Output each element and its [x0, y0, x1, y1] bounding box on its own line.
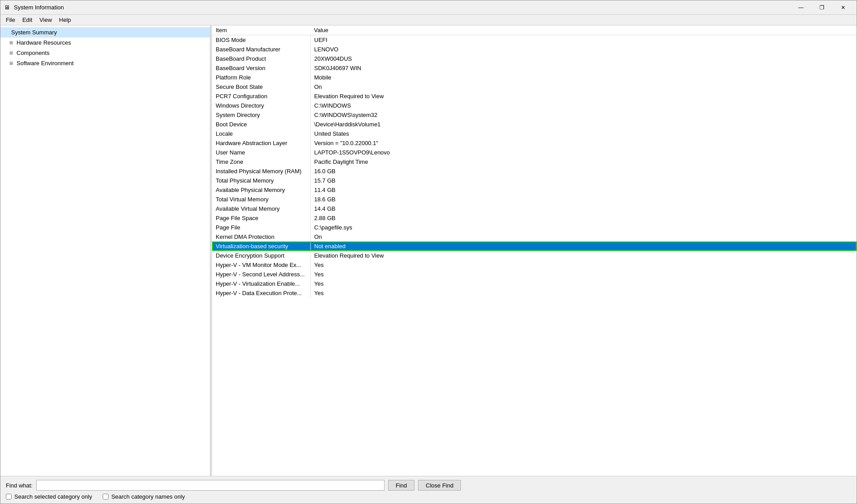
menu-edit[interactable]: Edit	[19, 16, 36, 24]
table-cell-value: Elevation Required to View	[310, 92, 857, 101]
table-row[interactable]: Available Physical Memory11.4 GB	[212, 185, 857, 195]
table-cell-item: Hardware Abstraction Layer	[212, 138, 310, 148]
table-cell-item: Hyper-V - Data Execution Prote...	[212, 288, 310, 298]
title-bar: 🖥 System Information — ❐ ✕	[0, 0, 857, 15]
table-cell-item: Device Encryption Support	[212, 251, 310, 260]
table-cell-item: Installed Physical Memory (RAM)	[212, 167, 310, 176]
table-row[interactable]: Platform RoleMobile	[212, 73, 857, 82]
table-row[interactable]: Kernel DMA ProtectionOn	[212, 232, 857, 242]
info-table: Item Value BIOS ModeUEFIBaseBoard Manufa…	[212, 25, 857, 298]
sidebar-item-software-environment[interactable]: ⊞ Software Environment	[0, 58, 210, 68]
table-cell-value: Not enabled	[310, 242, 857, 251]
table-cell-value: 16.0 GB	[310, 167, 857, 176]
menu-file[interactable]: File	[2, 16, 19, 24]
table-cell-item: Platform Role	[212, 73, 310, 82]
menu-help[interactable]: Help	[55, 16, 75, 24]
table-cell-item: Boot Device	[212, 120, 310, 129]
main-window: 🖥 System Information — ❐ ✕ File Edit Vie…	[0, 0, 857, 504]
table-cell-value: SDK0J40697 WIN	[310, 63, 857, 73]
table-cell-value: On	[310, 82, 857, 92]
sidebar-item-components[interactable]: ⊞ Components	[0, 48, 210, 58]
table-cell-item: Kernel DMA Protection	[212, 232, 310, 242]
maximize-button[interactable]: ❐	[812, 1, 832, 14]
table-row[interactable]: User NameLAPTOP-1S5OVPO9\Lenovo	[212, 148, 857, 157]
checkbox-search-names-label: Search category names only	[111, 493, 185, 500]
col-header-value: Value	[310, 25, 857, 35]
col-header-item: Item	[212, 25, 310, 35]
table-row[interactable]: Total Physical Memory15.7 GB	[212, 176, 857, 185]
main-content: System Summary ⊞ Hardware Resources ⊞ Co…	[0, 25, 857, 476]
sidebar-label-components: Components	[17, 50, 50, 56]
table-row[interactable]: Total Virtual Memory18.6 GB	[212, 195, 857, 204]
window-controls: — ❐ ✕	[791, 1, 853, 14]
table-row[interactable]: Hyper-V - Data Execution Prote...Yes	[212, 288, 857, 298]
table-cell-item: Hyper-V - VM Monitor Mode Ex...	[212, 260, 310, 270]
menu-view[interactable]: View	[36, 16, 55, 24]
table-cell-item: Windows Directory	[212, 101, 310, 110]
table-row[interactable]: System DirectoryC:\WINDOWS\system32	[212, 110, 857, 120]
table-row[interactable]: Windows DirectoryC:\WINDOWS	[212, 101, 857, 110]
checkbox-search-category[interactable]: Search selected category only	[6, 493, 92, 500]
table-cell-value: C:\WINDOWS\system32	[310, 110, 857, 120]
table-row[interactable]: Page File Space2.88 GB	[212, 213, 857, 223]
table-row[interactable]: Hyper-V - Second Level Address...Yes	[212, 270, 857, 279]
table-cell-value: 15.7 GB	[310, 176, 857, 185]
table-row[interactable]: Available Virtual Memory14.4 GB	[212, 204, 857, 213]
table-cell-value: LAPTOP-1S5OVPO9\Lenovo	[310, 148, 857, 157]
table-row[interactable]: BIOS ModeUEFI	[212, 35, 857, 45]
table-cell-item: Time Zone	[212, 157, 310, 167]
close-button[interactable]: ✕	[833, 1, 853, 14]
sidebar-item-hardware-resources[interactable]: ⊞ Hardware Resources	[0, 37, 210, 48]
app-icon: 🖥	[4, 4, 11, 11]
data-panel: Item Value BIOS ModeUEFIBaseBoard Manufa…	[212, 25, 857, 476]
find-label: Find what:	[6, 482, 33, 489]
checkbox-search-names-input[interactable]	[103, 494, 109, 500]
checkbox-row: Search selected category only Search cat…	[6, 493, 851, 500]
find-button[interactable]: Find	[388, 480, 414, 491]
table-row[interactable]: Hardware Abstraction LayerVersion = "10.…	[212, 138, 857, 148]
table-cell-item: User Name	[212, 148, 310, 157]
expand-icon: ⊞	[9, 40, 15, 45]
table-row[interactable]: Virtualization-based securityNot enabled	[212, 242, 857, 251]
table-cell-value: United States	[310, 129, 857, 138]
table-cell-value: 11.4 GB	[310, 185, 857, 195]
table-cell-value: Yes	[310, 288, 857, 298]
find-input[interactable]	[36, 480, 385, 491]
table-row[interactable]: BaseBoard VersionSDK0J40697 WIN	[212, 63, 857, 73]
table-row[interactable]: Time ZonePacific Daylight Time	[212, 157, 857, 167]
checkbox-search-category-input[interactable]	[6, 494, 12, 500]
table-row[interactable]: BaseBoard ManufacturerLENOVO	[212, 45, 857, 54]
table-row[interactable]: Boot Device\Device\HarddiskVolume1	[212, 120, 857, 129]
table-cell-value: 2.88 GB	[310, 213, 857, 223]
table-cell-item: Available Virtual Memory	[212, 204, 310, 213]
table-row[interactable]: Installed Physical Memory (RAM)16.0 GB	[212, 167, 857, 176]
checkbox-search-names[interactable]: Search category names only	[103, 493, 185, 500]
close-find-button[interactable]: Close Find	[418, 480, 461, 491]
find-row: Find what: Find Close Find	[6, 480, 851, 491]
table-cell-value: Pacific Daylight Time	[310, 157, 857, 167]
window-title: System Information	[14, 4, 64, 11]
table-row[interactable]: Device Encryption SupportElevation Requi…	[212, 251, 857, 260]
table-cell-item: Locale	[212, 129, 310, 138]
table-cell-item: Total Physical Memory	[212, 176, 310, 185]
table-cell-value: UEFI	[310, 35, 857, 45]
table-cell-value: Elevation Required to View	[310, 251, 857, 260]
table-cell-item: Page File	[212, 223, 310, 232]
sidebar-label-software-environment: Software Environment	[17, 60, 74, 67]
table-row[interactable]: BaseBoard Product20XW004DUS	[212, 54, 857, 63]
table-row[interactable]: Hyper-V - VM Monitor Mode Ex...Yes	[212, 260, 857, 270]
expand-icon: ⊞	[9, 61, 15, 66]
table-row[interactable]: Hyper-V - Virtualization Enable...Yes	[212, 279, 857, 288]
sidebar-item-system-summary[interactable]: System Summary	[0, 27, 210, 37]
table-cell-value: LENOVO	[310, 45, 857, 54]
table-cell-item: Page File Space	[212, 213, 310, 223]
table-cell-item: Virtualization-based security	[212, 242, 310, 251]
sidebar: System Summary ⊞ Hardware Resources ⊞ Co…	[0, 25, 210, 476]
table-row[interactable]: LocaleUnited States	[212, 129, 857, 138]
table-row[interactable]: Page FileC:\pagefile.sys	[212, 223, 857, 232]
table-cell-item: PCR7 Configuration	[212, 92, 310, 101]
table-row[interactable]: Secure Boot StateOn	[212, 82, 857, 92]
minimize-button[interactable]: —	[791, 1, 811, 14]
table-row[interactable]: PCR7 ConfigurationElevation Required to …	[212, 92, 857, 101]
table-cell-item: Hyper-V - Second Level Address...	[212, 270, 310, 279]
